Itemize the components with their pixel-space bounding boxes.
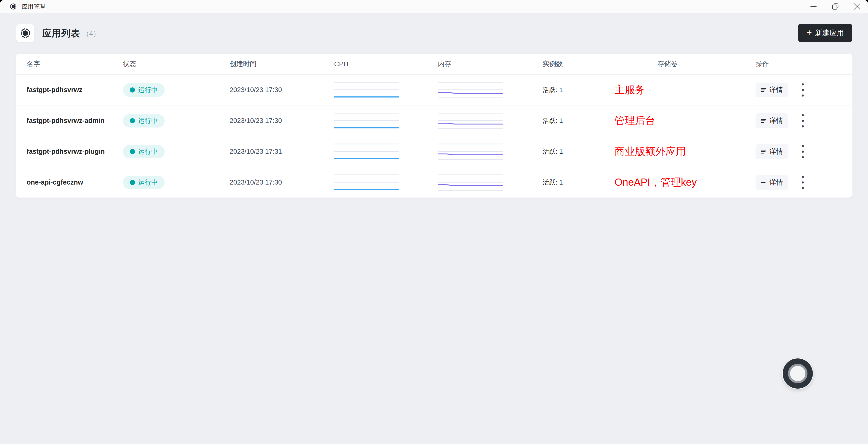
- app-count-badge: （4）: [83, 29, 100, 38]
- table-row: fastgpt-pdhsvrwz 运行中 2023/10/23 17:30 活跃…: [16, 75, 852, 105]
- created-time: 2023/10/23 17:30: [229, 179, 334, 186]
- row-menu-button[interactable]: [800, 82, 806, 99]
- table-row: fastgpt-pdhsvrwz-plugin 运行中 2023/10/23 1…: [16, 136, 852, 167]
- floating-assistant-button[interactable]: [783, 358, 813, 389]
- table-row: fastgpt-pdhsvrwz-admin 运行中 2023/10/23 17…: [16, 105, 852, 136]
- row-menu-button[interactable]: [800, 143, 806, 160]
- kebab-menu-icon: [801, 145, 804, 159]
- cpu-sparkline-chart: [334, 82, 399, 98]
- close-icon: [854, 3, 861, 10]
- col-header-storage: 存储卷: [615, 59, 755, 69]
- kebab-menu-icon: [801, 83, 804, 97]
- memory-sparkline-chart: [438, 174, 503, 191]
- col-header-instances: 实例数: [542, 59, 615, 69]
- col-header-memory: 内存: [438, 59, 542, 69]
- instance-count: 活跃: 1: [542, 117, 615, 125]
- minimize-button[interactable]: [803, 0, 825, 13]
- instance-count: 活跃: 1: [542, 86, 615, 94]
- detail-button-label: 详情: [770, 147, 783, 156]
- table-row: one-api-cgfecznw 运行中 2023/10/23 17:30 活跃…: [16, 167, 852, 197]
- status-badge: 运行中: [123, 114, 165, 128]
- instance-count: 活跃: 1: [542, 147, 615, 156]
- created-time: 2023/10/23 17:30: [229, 86, 334, 94]
- app-name: one-api-cgfecznw: [27, 179, 123, 186]
- col-header-created: 创建时间: [229, 59, 334, 69]
- status-dot-icon: [130, 118, 135, 123]
- cpu-sparkline-chart: [334, 174, 399, 191]
- created-time: 2023/10/23 17:30: [229, 117, 334, 125]
- assistant-ring: [788, 364, 807, 383]
- red-annotation: 管理后台: [615, 114, 655, 128]
- status-label: 运行中: [138, 117, 158, 125]
- memory-sparkline-chart: [438, 113, 503, 129]
- detail-button-label: 详情: [770, 116, 783, 125]
- status-label: 运行中: [138, 178, 158, 187]
- app-list-iconbox: [16, 24, 34, 42]
- storage-value: -: [649, 86, 651, 94]
- row-menu-button[interactable]: [800, 112, 806, 129]
- app-table: 名字 状态 创建时间 CPU 内存 实例数 存储卷 操作 fastgpt-pdh…: [16, 54, 852, 197]
- status-badge: 运行中: [123, 176, 165, 189]
- app-gem-icon: [10, 3, 17, 10]
- assistant-core: [790, 366, 805, 381]
- detail-lines-icon: [761, 87, 767, 93]
- restore-icon: [832, 3, 839, 10]
- cpu-sparkline-chart: [334, 143, 399, 160]
- detail-button[interactable]: 详情: [755, 114, 788, 128]
- new-app-button[interactable]: + 新建应用: [798, 24, 852, 42]
- col-header-cpu: CPU: [334, 60, 438, 68]
- detail-button-label: 详情: [770, 178, 783, 187]
- memory-sparkline-chart: [438, 143, 503, 160]
- instance-count: 活跃: 1: [542, 178, 615, 187]
- col-header-actions: 操作: [755, 59, 852, 69]
- red-annotation: 主服务: [615, 83, 645, 97]
- memory-sparkline-chart: [438, 82, 503, 98]
- new-app-button-label: 新建应用: [815, 28, 844, 38]
- page-header: 应用列表 （4）: [16, 24, 100, 42]
- detail-button-label: 详情: [770, 85, 783, 95]
- window-title: 应用管理: [22, 3, 45, 10]
- app-name: fastgpt-pdhsvrwz-plugin: [27, 148, 123, 155]
- detail-button[interactable]: 详情: [755, 144, 788, 159]
- gem-icon: [20, 28, 31, 39]
- detail-lines-icon: [761, 118, 767, 124]
- row-menu-button[interactable]: [800, 174, 806, 191]
- red-annotation: 商业版额外应用: [615, 145, 686, 158]
- kebab-menu-icon: [801, 114, 804, 128]
- status-badge: 运行中: [123, 145, 165, 158]
- created-time: 2023/10/23 17:31: [229, 148, 334, 155]
- status-label: 运行中: [138, 147, 158, 156]
- kebab-menu-icon: [801, 175, 804, 190]
- detail-button[interactable]: 详情: [755, 83, 788, 97]
- status-badge: 运行中: [123, 83, 165, 97]
- detail-lines-icon: [761, 149, 767, 155]
- detail-button[interactable]: 详情: [755, 175, 788, 190]
- plus-icon: +: [807, 28, 812, 37]
- cpu-sparkline-chart: [334, 113, 399, 129]
- minimize-icon: [810, 3, 817, 10]
- app-name: fastgpt-pdhsvrwz-admin: [27, 117, 123, 125]
- close-button[interactable]: [846, 0, 868, 13]
- table-header-row: 名字 状态 创建时间 CPU 内存 实例数 存储卷 操作: [16, 54, 852, 75]
- app-window: 应用管理: [0, 0, 868, 444]
- page-title: 应用列表: [42, 27, 80, 40]
- red-annotation: OneAPI，管理key: [615, 176, 697, 189]
- status-dot-icon: [130, 149, 135, 154]
- detail-lines-icon: [761, 180, 767, 186]
- app-name: fastgpt-pdhsvrwz: [27, 86, 123, 94]
- title-bar: 应用管理: [0, 0, 868, 13]
- col-header-status: 状态: [123, 59, 229, 69]
- restore-button[interactable]: [825, 0, 846, 13]
- col-header-name: 名字: [27, 59, 123, 69]
- status-label: 运行中: [138, 86, 158, 94]
- status-dot-icon: [130, 180, 135, 185]
- status-dot-icon: [130, 87, 135, 93]
